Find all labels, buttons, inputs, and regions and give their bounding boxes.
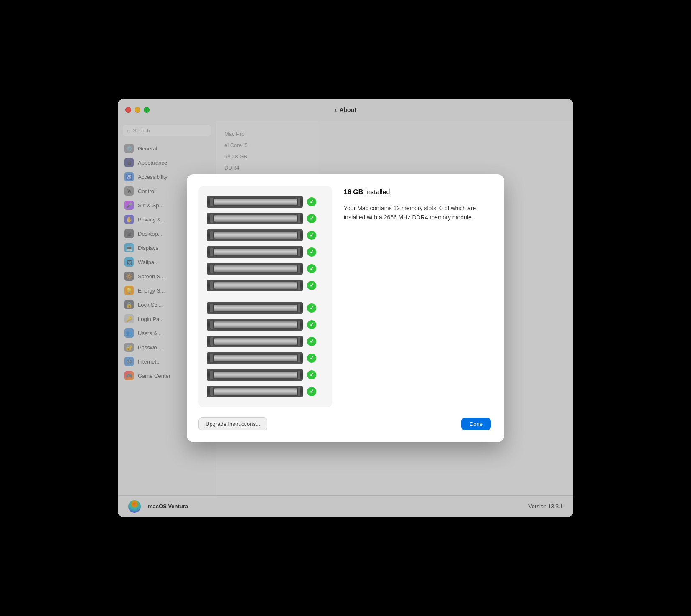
memory-modal: 16 GB Installed Your Mac contains 12 mem… bbox=[187, 174, 504, 442]
memory-slots-panel bbox=[198, 186, 332, 407]
slot-check-12 bbox=[307, 387, 316, 396]
ram-stick-1 bbox=[207, 196, 303, 208]
ram-stick-3 bbox=[207, 229, 303, 241]
memory-slot-1 bbox=[207, 194, 324, 209]
memory-installed-label: Installed bbox=[365, 188, 390, 196]
slot-check-9 bbox=[307, 337, 316, 346]
memory-slot-5 bbox=[207, 261, 324, 276]
upgrade-instructions-button[interactable]: Upgrade Instructions... bbox=[198, 417, 267, 430]
ram-stick-8 bbox=[207, 319, 303, 331]
memory-title: 16 GB Installed bbox=[344, 188, 491, 197]
slot-check-5 bbox=[307, 264, 316, 273]
slot-check-8 bbox=[307, 320, 316, 329]
slot-check-4 bbox=[307, 247, 316, 257]
memory-slot-3 bbox=[207, 228, 324, 243]
slot-group-1 bbox=[207, 194, 324, 293]
mac-window: ‹ About ⌕ Search ⚙️ General 🖥 Appearance… bbox=[118, 99, 573, 517]
memory-slot-2 bbox=[207, 211, 324, 226]
slot-check-3 bbox=[307, 231, 316, 240]
memory-slot-7 bbox=[207, 300, 324, 316]
slot-check-7 bbox=[307, 303, 316, 313]
slot-check-1 bbox=[307, 197, 316, 206]
modal-footer: Upgrade Instructions... Done bbox=[198, 417, 491, 430]
modal-overlay: 16 GB Installed Your Mac contains 12 mem… bbox=[118, 99, 573, 517]
ram-stick-12 bbox=[207, 386, 303, 397]
slot-check-2 bbox=[307, 214, 316, 223]
done-button[interactable]: Done bbox=[461, 418, 491, 430]
ram-stick-5 bbox=[207, 263, 303, 275]
memory-slot-8 bbox=[207, 317, 324, 332]
info-panel: 16 GB Installed Your Mac contains 12 mem… bbox=[344, 186, 491, 407]
memory-slot-9 bbox=[207, 334, 324, 349]
memory-description: Your Mac contains 12 memory slots, 0 of … bbox=[344, 204, 491, 222]
memory-amount: 16 GB bbox=[344, 188, 363, 196]
slot-check-6 bbox=[307, 281, 316, 290]
ram-stick-6 bbox=[207, 280, 303, 291]
ram-stick-10 bbox=[207, 352, 303, 364]
ram-stick-4 bbox=[207, 246, 303, 258]
memory-slot-10 bbox=[207, 351, 324, 366]
memory-slot-4 bbox=[207, 244, 324, 260]
slot-group-2 bbox=[207, 300, 324, 399]
memory-slot-6 bbox=[207, 278, 324, 293]
memory-slot-12 bbox=[207, 384, 324, 399]
ram-stick-7 bbox=[207, 302, 303, 314]
ram-stick-9 bbox=[207, 336, 303, 347]
ram-stick-11 bbox=[207, 369, 303, 381]
slot-check-11 bbox=[307, 370, 316, 379]
slot-check-10 bbox=[307, 354, 316, 363]
ram-stick-2 bbox=[207, 213, 303, 224]
modal-body: 16 GB Installed Your Mac contains 12 mem… bbox=[198, 186, 491, 407]
memory-slot-11 bbox=[207, 367, 324, 382]
